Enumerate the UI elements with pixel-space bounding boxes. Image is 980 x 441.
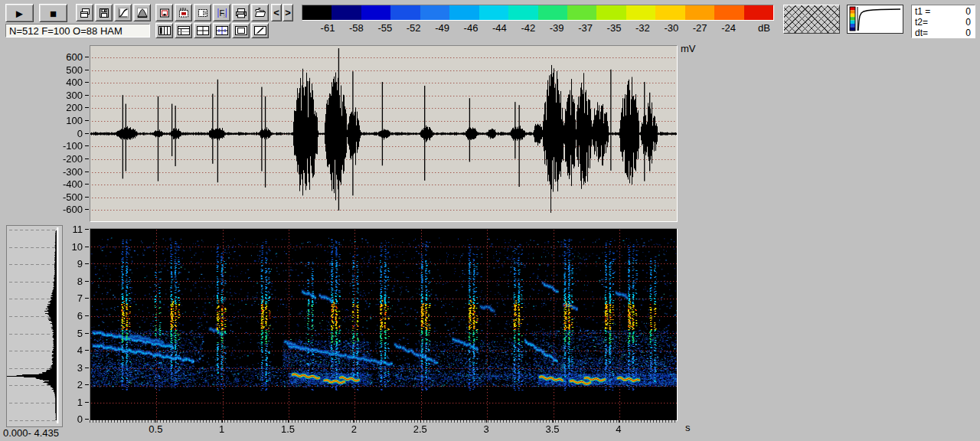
save-button[interactable] bbox=[95, 4, 113, 21]
sampling-frequency-icon: F s bbox=[216, 7, 228, 19]
spec-y-tick-label: 10 bbox=[64, 241, 83, 253]
zoom-window-button[interactable] bbox=[175, 4, 192, 21]
color-scale-segment bbox=[685, 5, 714, 20]
transfer-curve-button[interactable] bbox=[114, 4, 132, 21]
wave-y-tick-label: -400 bbox=[57, 178, 83, 190]
color-scale-segment bbox=[479, 5, 508, 20]
layout-grid-cursor-icon bbox=[216, 26, 228, 35]
prev-button[interactable]: < bbox=[271, 4, 282, 21]
wave-y-tick bbox=[85, 184, 89, 185]
wave-y-tick bbox=[85, 158, 89, 159]
stop-icon: ■ bbox=[50, 8, 57, 19]
spec-y-tick bbox=[85, 333, 89, 334]
color-scale-tick-label: -42 bbox=[517, 22, 540, 34]
wave-y-tick bbox=[85, 107, 89, 108]
layout-vertical-button[interactable] bbox=[155, 23, 173, 38]
main-window-button[interactable] bbox=[155, 4, 173, 21]
oscillogram-panel[interactable] bbox=[90, 45, 678, 222]
spec-x-tick bbox=[354, 420, 354, 423]
intensity-curve-button[interactable] bbox=[847, 5, 903, 34]
intensity-curve-icon bbox=[848, 5, 903, 33]
play-button[interactable]: ► bbox=[5, 4, 34, 22]
power-spectrum-button[interactable] bbox=[133, 4, 151, 21]
stop-button[interactable]: ■ bbox=[39, 4, 67, 22]
cursor-row-t2: t2= 0 bbox=[915, 17, 971, 28]
spec-y-tick-label: 4 bbox=[64, 345, 83, 356]
oscillogram-unit-label: mV bbox=[681, 43, 696, 54]
wave-y-tick bbox=[85, 70, 89, 70]
spec-y-tick-label: 5 bbox=[64, 328, 83, 339]
wave-y-tick bbox=[85, 133, 89, 134]
layout-grid-button[interactable] bbox=[194, 23, 211, 38]
wave-y-tick-label: -600 bbox=[57, 204, 83, 215]
wave-y-tick bbox=[85, 197, 89, 198]
spectrogram-canvas[interactable] bbox=[90, 229, 677, 420]
wave-y-tick bbox=[85, 209, 89, 210]
pattern-swatch-button[interactable] bbox=[783, 5, 840, 34]
spec-y-tick bbox=[85, 350, 89, 351]
main-window-icon bbox=[158, 7, 171, 19]
color-scale-segment bbox=[714, 5, 743, 20]
layout-edit-button[interactable] bbox=[251, 23, 269, 38]
spec-y-tick bbox=[85, 315, 89, 316]
layout-single-button[interactable] bbox=[232, 23, 250, 38]
color-scale-segment bbox=[390, 5, 420, 20]
spec-x-tick-label: 3.5 bbox=[541, 423, 564, 435]
layout-single-icon bbox=[235, 26, 247, 35]
color-scale-tick-label: -32 bbox=[631, 22, 654, 34]
cursor-row-dt: dt= 0 bbox=[915, 28, 971, 38]
edit-pencil-icon bbox=[254, 26, 266, 35]
layout-rows-button[interactable] bbox=[175, 23, 192, 38]
copy-window-icon bbox=[79, 7, 91, 19]
spec-y-tick-label: 3 bbox=[64, 362, 83, 374]
color-scale-tick-label: -61 bbox=[316, 22, 339, 34]
wave-y-tick-label: 100 bbox=[57, 115, 83, 126]
dt-value: 0 bbox=[965, 28, 971, 38]
color-scale-segment bbox=[567, 5, 596, 20]
wave-y-tick-label: -500 bbox=[57, 191, 83, 203]
selection-button[interactable] bbox=[194, 4, 211, 21]
spec-x-tick-label: 2.5 bbox=[409, 423, 432, 435]
color-scale-tick-label: -49 bbox=[431, 22, 454, 34]
spec-y-tick bbox=[85, 247, 89, 247]
color-scale-tick-label: -46 bbox=[459, 22, 482, 34]
t1-label: t1 = bbox=[915, 6, 930, 17]
color-scale-segment bbox=[332, 5, 361, 20]
mean-spectrum-panel bbox=[6, 225, 63, 427]
spec-x-tick-label: 2 bbox=[342, 423, 365, 435]
oscillogram-canvas[interactable] bbox=[90, 46, 677, 221]
spectrogram-panel[interactable] bbox=[90, 228, 678, 421]
layout-rows-icon bbox=[178, 26, 190, 35]
status-field[interactable]: N=512 F=100 O=88 HAM bbox=[5, 24, 150, 38]
wave-y-tick-label: 500 bbox=[57, 64, 83, 76]
sampling-frequency-button[interactable]: F s bbox=[213, 4, 230, 21]
spec-y-tick-label: 9 bbox=[64, 258, 83, 270]
wave-y-tick-label: 0 bbox=[57, 128, 83, 139]
next-button[interactable]: > bbox=[283, 4, 293, 21]
transfer-curve-icon bbox=[117, 7, 129, 19]
layout-grid-cursor-button[interactable] bbox=[213, 23, 230, 38]
wave-y-tick-label: 300 bbox=[57, 90, 83, 101]
power-spectrum-icon bbox=[136, 7, 149, 19]
spec-y-tick-label: 7 bbox=[64, 292, 83, 304]
print-button[interactable] bbox=[232, 4, 250, 21]
color-scale-segment bbox=[420, 5, 449, 20]
zoom-window-icon bbox=[178, 7, 190, 19]
color-scale-tick-label: -30 bbox=[660, 22, 683, 34]
spec-x-tick-label: 3 bbox=[475, 423, 498, 435]
spec-y-tick bbox=[85, 368, 89, 368]
layout-vertical-icon bbox=[158, 26, 171, 35]
copy-window-button[interactable] bbox=[76, 4, 93, 21]
mean-spectrum-canvas bbox=[7, 226, 60, 425]
spec-x-tick bbox=[553, 420, 554, 423]
spec-y-tick-label: 0 bbox=[64, 413, 83, 425]
open-file-button[interactable] bbox=[251, 4, 269, 21]
color-scale-segment bbox=[361, 5, 390, 20]
wave-y-tick-label: -200 bbox=[57, 153, 83, 165]
color-scale-segment bbox=[302, 5, 332, 20]
spec-x-tick-label: 4 bbox=[607, 423, 630, 435]
spec-x-tick bbox=[155, 420, 156, 423]
spec-y-tick bbox=[85, 281, 89, 282]
t2-label: t2= bbox=[915, 17, 928, 28]
saslab-window: ► ■ bbox=[0, 0, 980, 441]
